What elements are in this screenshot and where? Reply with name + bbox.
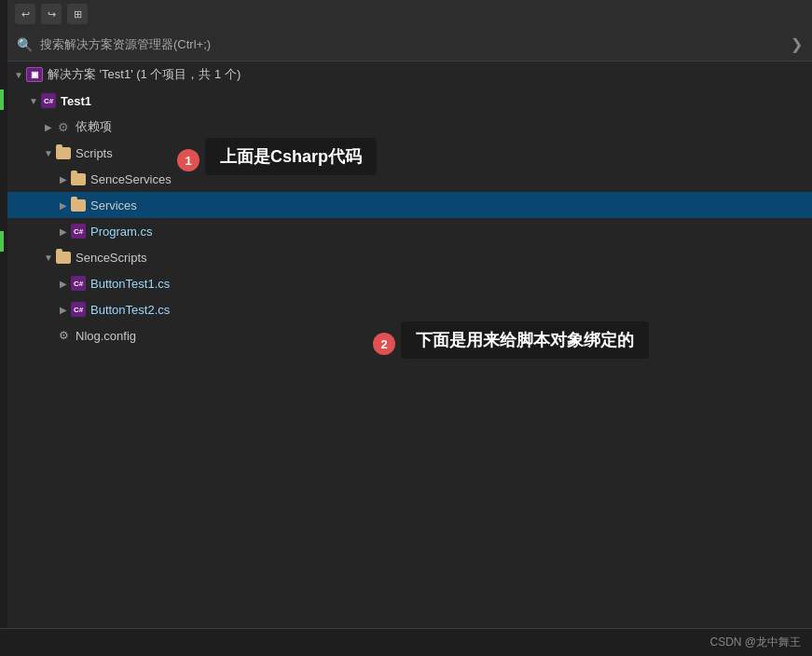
services-item[interactable]: Services: [7, 192, 812, 218]
sence-scripts-expand-arrow[interactable]: [41, 250, 56, 265]
sence-services-folder-icon: [71, 173, 86, 185]
csharp-project-icon: C#: [41, 93, 56, 108]
scripts-label: Scripts: [76, 146, 113, 160]
search-right-icon[interactable]: ❯: [791, 35, 803, 53]
status-credit: CSDN @龙中舞王: [709, 635, 801, 650]
solution-icon: ▣: [26, 67, 43, 82]
nlog-config-label: Nlog.config: [76, 329, 136, 343]
button-test1-icon: C#: [71, 276, 86, 291]
solution-label: 解决方案 'Test1' (1 个项目，共 1 个): [48, 66, 241, 83]
sence-services-label: SenceServices: [90, 172, 172, 186]
project-label: Test1: [61, 94, 91, 108]
button-test2-icon: C#: [71, 302, 86, 317]
scripts-folder-item[interactable]: Scripts: [7, 140, 812, 166]
scripts-expand-arrow[interactable]: [41, 145, 56, 160]
services-folder-icon: [71, 199, 86, 212]
left-accent-mid: [0, 231, 4, 252]
program-cs-label: Program.cs: [90, 225, 152, 239]
solution-expand-arrow[interactable]: [11, 67, 26, 82]
badge-2: 2: [373, 333, 395, 355]
annotation-box-1: 上面是Csharp代码: [205, 138, 377, 175]
button-test2-label: ButtonTest2.cs: [90, 303, 170, 317]
sence-scripts-folder-icon: [56, 252, 71, 264]
toolbar-back-button[interactable]: ↩: [15, 4, 35, 24]
dependencies-item[interactable]: ⚙ 依赖项: [7, 114, 812, 140]
project-item[interactable]: C# Test1: [7, 88, 812, 114]
button-test2-expand-arrow[interactable]: [56, 302, 71, 317]
button-test1-item[interactable]: C# ButtonTest1.cs: [7, 270, 812, 296]
badge-1: 1: [177, 149, 200, 171]
dependencies-expand-arrow[interactable]: [41, 119, 56, 134]
program-cs-icon: C#: [71, 224, 86, 239]
button-test2-item[interactable]: C# ButtonTest2.cs: [7, 296, 812, 322]
button-test1-label: ButtonTest1.cs: [90, 277, 170, 291]
search-bar: 🔍 搜索解决方案资源管理器(Ctrl+;) ❯: [7, 28, 812, 62]
toolbar-forward-button[interactable]: ↪: [41, 4, 62, 24]
button-test1-expand-arrow[interactable]: [56, 276, 71, 291]
sence-services-expand-arrow[interactable]: [56, 171, 71, 186]
scripts-folder-icon: [56, 147, 71, 159]
program-cs-expand-arrow[interactable]: [56, 224, 71, 239]
search-icon: 🔍: [17, 37, 33, 52]
sence-scripts-item[interactable]: SenceScripts: [7, 244, 812, 270]
sence-services-item[interactable]: SenceServices: [7, 166, 812, 192]
nlog-expand-arrow: [41, 328, 56, 343]
dependencies-label: 依赖项: [76, 118, 112, 135]
services-expand-arrow[interactable]: [56, 198, 71, 212]
search-input[interactable]: 搜索解决方案资源管理器(Ctrl+;): [40, 36, 211, 53]
nlog-config-icon: ⚙: [56, 328, 71, 343]
toolbar: ↩ ↪ ⊞: [7, 0, 812, 28]
status-bar: CSDN @龙中舞王: [0, 628, 812, 656]
solution-root-item[interactable]: ▣ 解决方案 'Test1' (1 个项目，共 1 个): [7, 62, 812, 88]
services-label: Services: [90, 198, 137, 212]
dependency-icon: ⚙: [56, 119, 71, 134]
toolbar-layout-button[interactable]: ⊞: [67, 4, 88, 24]
program-cs-item[interactable]: C# Program.cs: [7, 218, 812, 244]
project-expand-arrow[interactable]: [26, 93, 41, 108]
left-accent-top: [0, 89, 4, 110]
annotation-box-2: 下面是用来给脚本对象绑定的: [401, 321, 649, 359]
sence-scripts-label: SenceScripts: [76, 251, 147, 265]
